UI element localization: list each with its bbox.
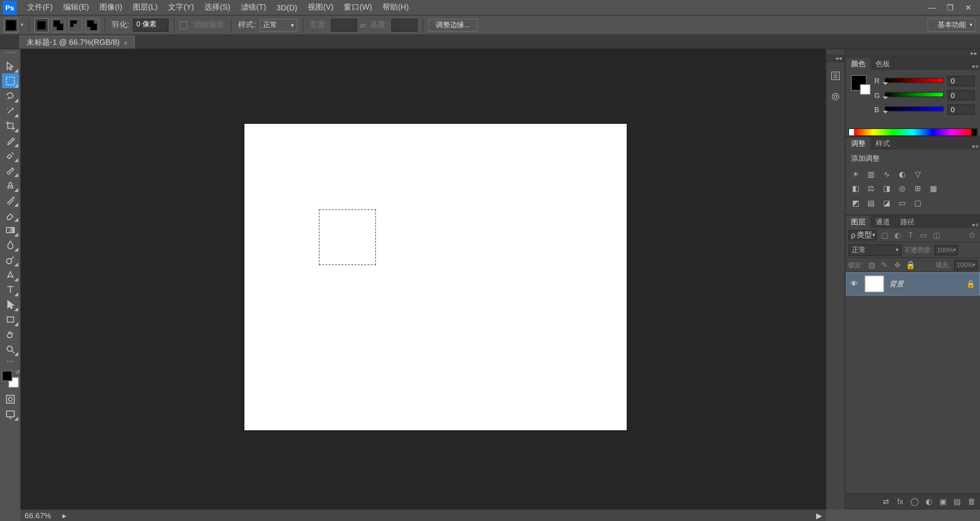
selection-new-icon[interactable] (34, 18, 49, 32)
tool-magic-wand[interactable] (2, 103, 18, 118)
layer-mask-icon[interactable]: ◯ (910, 497, 919, 506)
tool-crop[interactable] (2, 118, 18, 133)
menu-select[interactable]: 选择(S) (199, 0, 235, 15)
tool-rect-marquee[interactable] (2, 73, 18, 88)
color-bg-swatch[interactable] (860, 84, 871, 95)
layer-visibility-icon[interactable]: 👁 (850, 279, 859, 289)
fg-color-swatch[interactable] (2, 371, 12, 381)
lock-paint-icon[interactable]: ✎ (880, 260, 889, 269)
tool-lasso[interactable] (2, 88, 18, 103)
filter-smart-icon[interactable]: ◫ (931, 230, 942, 240)
menu-filter[interactable]: 滤镜(T) (235, 0, 271, 15)
adj-posterize-icon[interactable]: ▤ (865, 197, 877, 209)
tool-history-brush[interactable] (2, 193, 18, 207)
document-canvas[interactable] (244, 124, 627, 430)
window-close-icon[interactable]: ✕ (959, 2, 977, 13)
adj-curves-icon[interactable]: ∿ (881, 168, 892, 180)
adj-invert-icon[interactable]: ◩ (850, 197, 861, 209)
filter-shape-icon[interactable]: ▭ (918, 230, 929, 240)
adj-exposure-icon[interactable]: ◐ (897, 168, 908, 180)
document-close-icon[interactable]: × (124, 39, 128, 46)
menu-type[interactable]: 文字(Y) (163, 0, 199, 15)
panel-layers-menu-icon[interactable]: ▾≡ (971, 222, 980, 228)
r-input[interactable]: 0 (947, 76, 975, 86)
opacity-input[interactable]: 100% (934, 245, 958, 255)
tool-healing-brush[interactable] (2, 148, 18, 163)
tab-swatches[interactable]: 色板 (871, 58, 895, 70)
workspace-switcher[interactable]: 基本功能 (928, 18, 976, 32)
tool-zoom[interactable] (2, 341, 18, 356)
tab-adjustments[interactable]: 调整 (846, 137, 870, 150)
zoom-level[interactable]: 66.67% (24, 511, 57, 520)
refine-edge-button[interactable]: 调整边缘... (429, 18, 477, 31)
tool-gradient[interactable] (2, 222, 18, 237)
adj-levels-icon[interactable]: ▥ (865, 168, 877, 180)
tab-styles[interactable]: 样式 (871, 137, 895, 150)
tool-edit-toolbar-icon[interactable]: ⋯ (2, 356, 18, 366)
r-slider[interactable] (885, 78, 944, 84)
adj-brightness-icon[interactable]: ☀ (850, 168, 861, 180)
fill-input[interactable]: 100% (954, 260, 977, 270)
style-select[interactable]: 正常 (260, 18, 297, 31)
panel-color-menu-icon[interactable]: ▾≡ (971, 64, 980, 70)
filter-pixel-icon[interactable]: ▢ (880, 230, 890, 240)
adj-colorlookup-icon[interactable]: ▦ (928, 183, 939, 194)
tool-brush[interactable] (2, 163, 18, 178)
lock-trans-icon[interactable]: ▨ (867, 260, 876, 269)
tool-hand[interactable] (2, 327, 18, 341)
filter-toggle-icon[interactable]: ⊙ (967, 230, 977, 240)
properties-panel-icon[interactable] (828, 90, 843, 104)
adj-bw-icon[interactable]: ◨ (881, 183, 892, 194)
color-ramp[interactable] (848, 128, 977, 136)
tab-layers[interactable]: 图层 (846, 216, 870, 228)
tool-type[interactable] (2, 282, 18, 297)
layer-row[interactable]: 👁 背景 🔒 (846, 272, 980, 296)
new-layer-icon[interactable]: ▤ (953, 497, 962, 506)
menu-window[interactable]: 窗口(W) (339, 0, 377, 15)
layer-thumbnail[interactable] (865, 276, 884, 292)
new-group-icon[interactable]: ▣ (939, 497, 948, 506)
tool-blur[interactable] (2, 237, 18, 252)
menu-view[interactable]: 视图(V) (302, 0, 339, 15)
layer-filter-kind[interactable]: ρ类型 (848, 230, 877, 240)
tool-move[interactable] (2, 58, 18, 73)
menu-file[interactable]: 文件(F) (22, 0, 58, 15)
filter-type-icon[interactable]: T (905, 230, 916, 240)
b-slider[interactable] (885, 106, 944, 113)
menu-help[interactable]: 帮助(H) (377, 0, 414, 15)
selection-add-icon[interactable] (51, 18, 65, 32)
link-layers-icon[interactable]: ⇄ (882, 497, 891, 506)
adj-colorbal-icon[interactable]: ⚖ (865, 183, 877, 194)
tab-paths[interactable]: 路径 (895, 216, 920, 228)
tool-screen-mode[interactable] (2, 407, 18, 421)
collapsed-strip-toggle[interactable]: ◂◂ (826, 54, 844, 62)
adj-vibrance-icon[interactable]: ▽ (912, 168, 923, 180)
tool-rectangle[interactable] (2, 312, 18, 327)
filter-adjust-icon[interactable]: ◐ (892, 230, 903, 240)
lock-pos-icon[interactable]: ✥ (893, 260, 902, 269)
lock-all-icon[interactable]: 🔒 (906, 260, 915, 269)
tool-preset-button[interactable] (4, 18, 18, 32)
document-tab[interactable]: 未标题-1 @ 66.7%(RGB/8) × (20, 36, 135, 49)
tool-path-select[interactable] (2, 297, 18, 312)
adj-threshold-icon[interactable]: ◪ (881, 197, 892, 209)
layer-name[interactable]: 背景 (889, 279, 961, 289)
canvas-area[interactable] (21, 49, 826, 510)
menu-image[interactable]: 图像(I) (94, 0, 127, 15)
scroll-right-icon[interactable]: ▶ (816, 511, 822, 520)
tool-eraser[interactable] (2, 207, 18, 222)
panels-toggle[interactable]: ▸▸ (846, 49, 980, 57)
tab-channels[interactable]: 通道 (871, 216, 895, 228)
g-input[interactable]: 0 (947, 90, 975, 100)
window-minimize-icon[interactable]: — (923, 2, 941, 13)
b-input[interactable]: 0 (947, 105, 975, 115)
window-maximize-icon[interactable]: ❐ (941, 2, 959, 13)
selection-intersect-icon[interactable] (85, 18, 99, 32)
feather-input[interactable]: 0 像素 (133, 18, 169, 31)
menu-layer[interactable]: 图层(L) (127, 0, 163, 15)
layer-fx-icon[interactable]: fx (896, 497, 905, 506)
menu-edit[interactable]: 编辑(E) (58, 0, 94, 15)
tool-dodge[interactable] (2, 252, 18, 267)
adj-chanmix-icon[interactable]: ⊞ (912, 183, 923, 194)
adj-gradmap-icon[interactable]: ▭ (897, 197, 908, 209)
